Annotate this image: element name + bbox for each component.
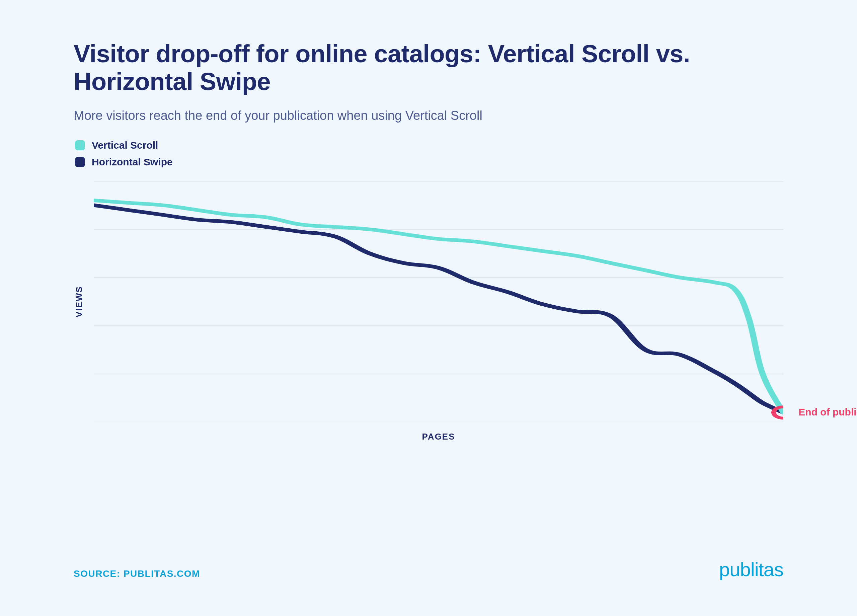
- chart-title: Visitor drop-off for online catalogs: Ve…: [74, 40, 726, 96]
- legend: Vertical Scroll Horizontal Swipe: [75, 139, 783, 168]
- brand-logo: publitas: [719, 560, 783, 579]
- chart-area: VIEWS End of publication: [74, 181, 783, 422]
- chart-card: Visitor drop-off for online catalogs: Ve…: [0, 0, 857, 616]
- line-chart-svg: [94, 181, 783, 422]
- legend-item-horizontal: Horizontal Swipe: [75, 156, 783, 168]
- series-horizontal-swipe: [94, 205, 783, 412]
- end-of-publication-label: End of publication: [798, 406, 857, 418]
- chart-footer: SOURCE: PUBLITAS.COM publitas: [74, 560, 783, 579]
- source-label: SOURCE: PUBLITAS.COM: [74, 568, 200, 579]
- swatch-vertical: [75, 140, 85, 150]
- chart-subtitle: More visitors reach the end of your publ…: [74, 108, 783, 123]
- x-axis-label: PAGES: [94, 432, 783, 442]
- legend-item-vertical: Vertical Scroll: [75, 139, 783, 151]
- y-axis-label: VIEWS: [74, 286, 84, 317]
- legend-label-horizontal: Horizontal Swipe: [92, 156, 173, 168]
- plot-surface: End of publication: [94, 181, 783, 422]
- series-vertical-scroll: [94, 200, 783, 412]
- legend-label-vertical: Vertical Scroll: [92, 139, 158, 151]
- swatch-horizontal: [75, 157, 85, 167]
